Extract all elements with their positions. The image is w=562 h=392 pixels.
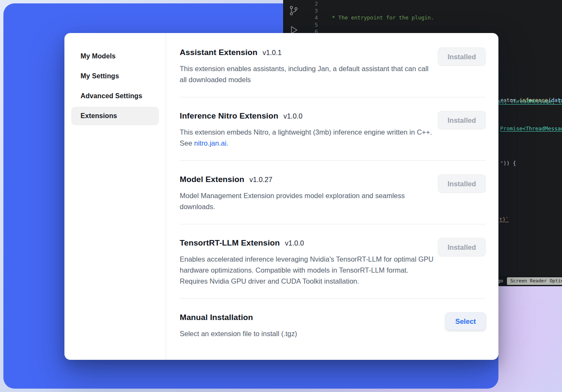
- extension-title: Inference Nitro Extension: [180, 111, 278, 120]
- code-fragment: rator.inference(data));: [500, 97, 562, 103]
- manual-installation-title: Manual Installation: [180, 313, 253, 322]
- line-number: 4: [308, 14, 318, 22]
- extension-description: This extension enables assistants, inclu…: [180, 63, 434, 85]
- settings-modal: My Models My Settings Advanced Settings …: [64, 33, 498, 360]
- extension-version: v1.0.1: [263, 49, 282, 56]
- code-token: )) {: [504, 160, 516, 166]
- installed-button[interactable]: Installed: [438, 238, 486, 257]
- extensions-list: Assistant Extensionv1.0.1 This extension…: [166, 33, 498, 360]
- source-control-icon[interactable]: [288, 5, 299, 16]
- settings-sidebar: My Models My Settings Advanced Settings …: [64, 33, 166, 360]
- extension-description: This extension embeds Nitro, a lightweig…: [180, 127, 434, 149]
- code-fragment: ")) {: [500, 160, 516, 166]
- code-token: rator.: [500, 97, 519, 103]
- code-fragment-string: t}`: [499, 216, 509, 223]
- extension-info: Assistant Extensionv1.0.1 This extension…: [180, 47, 434, 85]
- select-file-button[interactable]: Select: [445, 312, 486, 330]
- line-number: 2: [308, 0, 318, 8]
- extension-title: Model Extension: [180, 175, 244, 184]
- desktop-background: 2 3 4 5 6 * The entrypoint for the plugi…: [0, 0, 562, 392]
- extension-info: Manual Installation Select an extension …: [180, 312, 297, 339]
- extension-description: Model Management Extension provides mode…: [180, 190, 434, 212]
- nitro-jan-ai-link[interactable]: nitro.jan.ai.: [194, 139, 228, 147]
- line-number: 3: [308, 8, 318, 15]
- line-number: 5: [308, 22, 318, 29]
- extension-row-model: Model Extensionv1.0.27 Model Management …: [180, 161, 486, 224]
- extension-title: Assistant Extension: [180, 48, 258, 57]
- installed-button[interactable]: Installed: [438, 47, 486, 66]
- installed-button[interactable]: Installed: [438, 111, 486, 130]
- code-line-comment: * The entrypoint for the plugin.: [326, 14, 562, 22]
- extension-description: Enables accelerated inference leveraging…: [180, 254, 434, 287]
- sidebar-item-extensions[interactable]: Extensions: [71, 107, 159, 125]
- manual-installation-row: Manual Installation Select an extension …: [180, 299, 486, 351]
- extension-info: Model Extensionv1.0.27 Model Management …: [180, 174, 434, 212]
- extension-version: v1.0.0: [285, 239, 304, 247]
- screen-reader-badge[interactable]: Screen Reader Optimize: [507, 277, 562, 285]
- extension-info: Inference Nitro Extensionv1.0.0 This ext…: [180, 110, 434, 149]
- extension-row-assistant: Assistant Extensionv1.0.1 This extension…: [180, 33, 486, 97]
- sidebar-item-advanced-settings[interactable]: Advanced Settings: [71, 87, 159, 105]
- extension-info: TensortRT-LLM Extensionv1.0.0 Enables ac…: [180, 237, 434, 287]
- code-token-function: inference: [519, 97, 548, 103]
- manual-installation-description: Select an extension file to install (.tg…: [180, 328, 297, 339]
- code-token-variable: data: [551, 97, 562, 103]
- extension-version: v1.0.0: [284, 112, 303, 120]
- extension-row-tensorrt-llm: TensortRT-LLM Extensionv1.0.0 Enables ac…: [180, 224, 486, 299]
- code-token-string: ": [500, 160, 504, 166]
- extension-title: TensortRT-LLM Extension: [180, 238, 280, 247]
- extension-version: v1.0.27: [249, 176, 272, 183]
- installed-button[interactable]: Installed: [438, 174, 486, 193]
- editor-line-numbers: 2 3 4 5 6: [308, 0, 318, 36]
- sidebar-item-my-models[interactable]: My Models: [71, 47, 159, 66]
- sidebar-item-my-settings[interactable]: My Settings: [71, 67, 159, 86]
- extension-row-inference-nitro: Inference Nitro Extensionv1.0.0 This ext…: [180, 97, 486, 161]
- code-fragment-type: Promise<ThreadMessage>: [500, 125, 562, 132]
